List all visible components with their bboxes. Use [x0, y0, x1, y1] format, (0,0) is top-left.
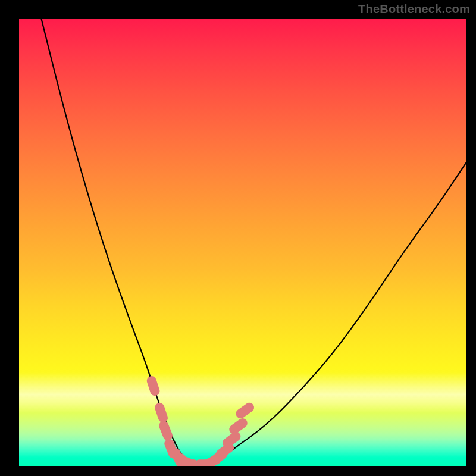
watermark-text: TheBottleneck.com: [358, 2, 470, 16]
trough-markers: [152, 381, 249, 466]
bottleneck-curve-path: [42, 19, 466, 466]
trough-marker: [221, 447, 229, 454]
trough-marker: [234, 423, 243, 430]
trough-marker: [240, 408, 249, 414]
trough-marker: [164, 426, 168, 436]
trough-marker: [227, 437, 236, 443]
chart-frame: TheBottleneck.com: [0, 0, 476, 476]
curve-layer: [19, 19, 466, 466]
trough-marker: [159, 408, 163, 418]
trough-marker: [152, 381, 155, 391]
plot-area: [19, 19, 466, 466]
